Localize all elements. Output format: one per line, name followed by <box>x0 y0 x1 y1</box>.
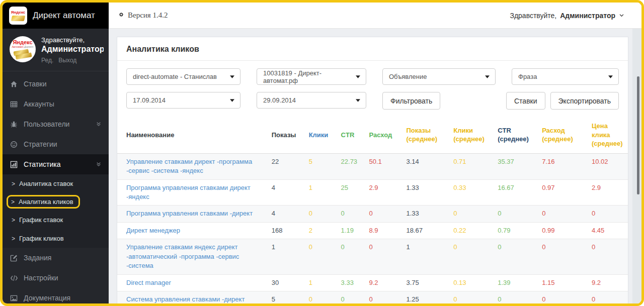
avatar: Яндекс Автомат Директ <box>10 36 36 62</box>
logout-link[interactable]: Выход <box>58 57 76 64</box>
home-icon <box>10 80 18 88</box>
cell-shows: 5 <box>268 291 305 306</box>
sidebar: Яндекс Автомат Директ Здравствуйте, Адми… <box>3 29 109 303</box>
cell-shows_avg: 1.33 <box>402 206 449 222</box>
ad-select-value: Объявление <box>389 73 427 80</box>
caret-down-icon <box>608 75 613 78</box>
sidebar-item-пользователи[interactable]: Пользователи <box>3 114 109 134</box>
ad-select[interactable]: Объявление <box>382 68 496 85</box>
app-title: Директ автомат <box>33 11 95 21</box>
row-name-link[interactable]: Директ менеджер <box>126 227 180 234</box>
scrollbar-track[interactable] <box>632 29 641 303</box>
sidebar-subitem-label: Аналитика кликов <box>19 198 73 206</box>
avatar-brand-text: Яндекс <box>13 40 32 45</box>
cell-cpc_avg: 10.02 <box>588 153 628 179</box>
scrollbar-thumb[interactable] <box>637 76 639 194</box>
cell-cpc_avg: 9.2 <box>588 274 628 291</box>
gold-bar-graphic <box>11 16 25 21</box>
cell-shows: 22 <box>268 153 305 179</box>
sidebar-item-статистика[interactable]: Статистика <box>3 154 109 174</box>
caret-down-icon <box>230 75 234 78</box>
row-name-link[interactable]: Direct manager <box>126 279 171 286</box>
sidebar-subitem-график-кликов[interactable]: График кликов <box>3 229 109 248</box>
cell-cpc_avg: 4.45 <box>588 222 628 239</box>
table-row: Директ менеджер16821.198.918.670.220.790… <box>117 222 628 239</box>
cell-clicks: 1 <box>305 179 337 206</box>
cell-ctr: 25 <box>337 179 365 206</box>
user-menu[interactable]: Здравствуйте, Администратор <box>510 12 624 20</box>
sidebar-subitem-график-ставок[interactable]: График ставок <box>3 211 109 229</box>
column-header-clicks_avg: Клики (среднее) <box>449 117 494 153</box>
sidebar-item-label: Задания <box>24 254 51 262</box>
export-button[interactable]: Экспортировать <box>550 92 619 110</box>
rates-button[interactable]: Ставки <box>506 92 545 110</box>
sidebar-group-статистика: СтатистикаАналитика ставокАналитика клик… <box>3 154 109 248</box>
cell-cost_avg: 1.15 <box>538 274 588 291</box>
caret-down-icon <box>485 75 490 78</box>
filters: direct-automate - Станислав 10031819 - Д… <box>117 61 628 110</box>
sidebar-profile: Яндекс Автомат Директ Здравствуйте, Адми… <box>3 29 109 71</box>
sidebar-item-label: Документация <box>24 294 70 302</box>
column-header-shows_avg: Показы (среднее) <box>402 117 449 153</box>
cell-name: Система управления ставками -директ <box>117 291 268 306</box>
date-to-select[interactable]: 29.09.2014 <box>257 92 366 109</box>
row-name-link[interactable]: Система управления ставками -директ <box>126 295 245 303</box>
table-row: Программа управления ставками директ -ян… <box>117 179 628 206</box>
cell-shows: 1 <box>268 239 305 274</box>
yandex-logo-icon: Яндекс <box>9 7 27 25</box>
row-name-link[interactable]: Программа управления ставками директ -ян… <box>126 184 251 200</box>
smiley-icon <box>10 141 18 148</box>
sidebar-item-задания[interactable]: Задания <box>3 248 109 268</box>
row-name-link[interactable]: Управление ставками директ -программа -с… <box>126 158 252 174</box>
sidebar-item-ставки[interactable]: Ставки <box>3 74 109 94</box>
cell-ctr_avg: 1.39 <box>494 274 538 291</box>
cell-shows: 4 <box>268 206 305 222</box>
sidebar-subitem-аналитика-кликов[interactable]: Аналитика кликов <box>3 193 109 211</box>
sidebar-item-настройки[interactable]: Настройки <box>3 268 109 288</box>
sidebar-subitem-label: Аналитика ставок <box>19 180 73 187</box>
sidebar-subitem-label: График кликов <box>19 235 64 242</box>
table-row: Управление ставками яндекс директ -автом… <box>117 239 628 274</box>
cell-clicks_avg: 0.71 <box>449 153 494 179</box>
user-name: Администратор <box>560 12 615 20</box>
cell-ctr_avg: 0 <box>494 239 538 274</box>
sidebar-item-документация[interactable]: Документация <box>3 288 109 306</box>
double-chevron-down-icon <box>96 121 102 127</box>
campaign-select-value: 10031819 - Директ-автомат.рф <box>263 69 356 84</box>
cell-clicks_avg: 0.33 <box>449 179 494 206</box>
column-header-name: Наименование <box>117 117 268 153</box>
cell-cpc_avg: 2.9 <box>588 179 628 206</box>
edit-profile-link[interactable]: Ред. <box>41 57 53 64</box>
date-from-value: 17.09.2014 <box>133 96 166 104</box>
table-icon <box>10 100 18 108</box>
table-row: Программа управления ставками -директ400… <box>117 206 628 222</box>
sidebar-item-стратегии[interactable]: Стратегии <box>3 134 109 154</box>
chevron-down-icon <box>619 13 624 18</box>
sidebar-item-аккаунты[interactable]: Аккаунты <box>3 94 109 114</box>
sidebar-subitem-label: График ставок <box>19 216 63 224</box>
row-name-link[interactable]: Управление ставками яндекс директ -автом… <box>126 243 239 269</box>
gear-icon <box>118 11 125 20</box>
cell-cost_avg: 0.99 <box>538 222 588 239</box>
phrase-select[interactable]: Фраза <box>512 68 619 85</box>
date-from-select[interactable]: 17.09.2014 <box>126 92 240 109</box>
campaign-select[interactable]: 10031819 - Директ-автомат.рф <box>257 68 366 85</box>
cell-clicks_avg: 0.13 <box>449 274 494 291</box>
cell-shows_avg: 3.75 <box>402 274 449 291</box>
sidebar-item-label: Аккаунты <box>24 100 54 108</box>
cell-name: Управление ставками директ -программа -с… <box>117 153 268 179</box>
cell-ctr: 1.19 <box>337 222 365 239</box>
sidebar-item-label: Настройки <box>24 274 58 282</box>
sidebar-subitem-аналитика-ставок[interactable]: Аналитика ставок <box>3 174 109 193</box>
sidebar-item-label: Ставки <box>24 80 47 88</box>
filter-button[interactable]: Фильтровать <box>382 92 440 110</box>
sidebar-item-label: Статистика <box>24 160 61 168</box>
cell-cost: 0 <box>365 206 403 222</box>
logo-brand-text: Яндекс <box>11 10 25 15</box>
cell-cost: 50.1 <box>365 153 403 179</box>
cell-name: Direct manager <box>117 274 268 291</box>
cell-cost: 2.9 <box>365 179 403 206</box>
app-logo[interactable]: Яндекс Директ автомат <box>3 3 109 29</box>
row-name-link[interactable]: Программа управления ставками -директ <box>126 210 253 217</box>
account-select[interactable]: direct-automate - Станислав <box>126 68 240 85</box>
